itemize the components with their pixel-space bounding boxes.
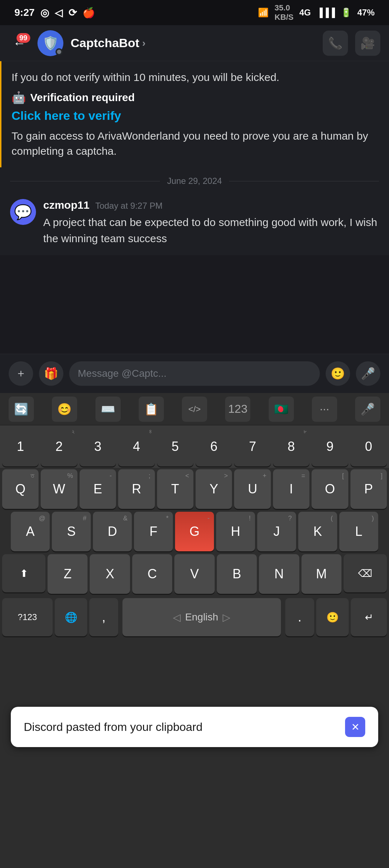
- key-L[interactable]: ) L: [339, 512, 378, 551]
- key-F[interactable]: * F: [134, 512, 173, 551]
- key-Q[interactable]: ত Q: [2, 469, 39, 509]
- user-message: 💬 czmop11 Today at 9:27 PM A project tha…: [0, 195, 389, 255]
- bot-avatar: 🛡️: [37, 30, 63, 56]
- period-key[interactable]: .: [285, 598, 314, 636]
- key-G[interactable]: - G: [175, 512, 214, 551]
- backspace-key[interactable]: ⌫: [344, 554, 387, 592]
- emoji-button[interactable]: 🙂: [326, 361, 350, 386]
- key-3-label: 3: [94, 439, 102, 454]
- robot-icon: 🤖: [12, 91, 26, 104]
- enter-icon: ↵: [365, 611, 373, 623]
- key-M[interactable]: M: [301, 554, 341, 594]
- left-arrow-icon: ◁: [173, 611, 181, 623]
- toolbar-mic[interactable]: 🎤: [355, 397, 380, 422]
- wifi-signal: ▐▐▐: [317, 8, 335, 18]
- key-O[interactable]: [ O: [312, 469, 348, 509]
- message-text: A project that can be expected to do som…: [43, 214, 379, 247]
- key-H[interactable]: ! H: [216, 512, 255, 551]
- call-button[interactable]: 📞: [323, 31, 348, 56]
- key-N[interactable]: N: [259, 554, 299, 594]
- key-1[interactable]: 1: [2, 427, 39, 466]
- emoji-toolbar-icon: 😊: [57, 402, 72, 416]
- number-row: 1 ২ 2 3 ৪ 4 5 6 7 ৮ 8 9 0: [0, 425, 389, 468]
- key-I[interactable]: = I: [273, 469, 309, 509]
- key-V[interactable]: V: [174, 554, 214, 594]
- shield-icon: 🛡️: [43, 36, 59, 51]
- message-header: czmop11 Today at 9:27 PM: [43, 199, 379, 211]
- code-icon: </>: [188, 404, 201, 414]
- add-button[interactable]: +: [9, 361, 33, 386]
- toolbar-numbers[interactable]: 123: [225, 397, 250, 422]
- apple-icon: 🍎: [82, 7, 95, 19]
- key-A[interactable]: @ A: [11, 512, 50, 551]
- back-button[interactable]: ← 99: [9, 32, 30, 54]
- key-9[interactable]: 9: [312, 427, 348, 466]
- key-U[interactable]: + U: [234, 469, 270, 509]
- key-0[interactable]: 0: [350, 427, 387, 466]
- notification-badge: 99: [17, 33, 30, 43]
- key-7[interactable]: 7: [234, 427, 270, 466]
- key-5[interactable]: 5: [157, 427, 193, 466]
- key-4[interactable]: ৪ 4: [118, 427, 155, 466]
- symbols-key[interactable]: ?123: [2, 598, 53, 636]
- phone-icon: 📞: [328, 36, 343, 50]
- globe-key[interactable]: 🌐: [55, 598, 87, 636]
- key-8-label: 8: [288, 439, 295, 454]
- verification-label: Verification required: [30, 91, 135, 104]
- key-E[interactable]: - E: [80, 469, 116, 509]
- toolbar-keyboard[interactable]: ⌨️: [95, 397, 121, 422]
- message-area: If you do not verify within 10 minutes, …: [0, 61, 389, 255]
- toolbar-translate[interactable]: 🔄: [9, 397, 34, 422]
- emoji-bottom-key[interactable]: 🙂: [316, 598, 349, 636]
- key-T[interactable]: < T: [157, 469, 193, 509]
- right-arrow-icon: ▷: [223, 611, 231, 623]
- key-C[interactable]: C: [132, 554, 172, 594]
- key-B[interactable]: B: [217, 554, 257, 594]
- space-key[interactable]: ◁ English ▷: [122, 598, 281, 636]
- key-5-label: 5: [171, 439, 179, 454]
- translate-icon: 🔄: [14, 402, 28, 416]
- mic-button[interactable]: 🎤: [356, 361, 380, 386]
- keyboard-bottom-row: ?123 🌐 , ◁ English ▷ . 🙂 ↵: [0, 597, 389, 638]
- key-Y[interactable]: > Y: [196, 469, 232, 509]
- key-3[interactable]: 3: [80, 427, 116, 466]
- toolbar-clipboard[interactable]: 📋: [139, 397, 164, 422]
- gift-button[interactable]: 🎁: [39, 361, 63, 386]
- key-P[interactable]: ] P: [350, 469, 387, 509]
- toolbar-flag[interactable]: 🇧🇩: [269, 397, 294, 422]
- key-W[interactable]: % W: [41, 469, 77, 509]
- gift-icon: 🎁: [44, 367, 58, 380]
- battery-level: 🔋: [341, 8, 352, 18]
- key-J[interactable]: ? J: [257, 512, 296, 551]
- plus-icon: +: [18, 367, 24, 380]
- toolbar-code[interactable]: </>: [182, 397, 207, 422]
- enter-key[interactable]: ↵: [351, 598, 387, 636]
- key-R[interactable]: ; R: [118, 469, 155, 509]
- user-avatar: 💬: [10, 199, 36, 225]
- verify-link[interactable]: Click here to verify: [12, 109, 379, 123]
- clipboard-dismiss-button[interactable]: ✕: [345, 717, 365, 737]
- toolbar-more[interactable]: ···: [312, 397, 337, 422]
- key-D[interactable]: & D: [93, 512, 132, 551]
- key-2[interactable]: ২ 2: [41, 427, 77, 466]
- chevron-right-icon: ›: [142, 37, 146, 49]
- toolbar-emoji[interactable]: 😊: [52, 397, 77, 422]
- keyboard-area: 🔄 😊 ⌨️ 📋 </> 123 🇧🇩 ··· 🎤 1 ২: [0, 393, 389, 868]
- message-input[interactable]: Message @Captc...: [69, 361, 320, 386]
- key-8[interactable]: ৮ 8: [273, 427, 309, 466]
- key-6[interactable]: 6: [196, 427, 232, 466]
- message-content: czmop11 Today at 9:27 PM A project that …: [43, 199, 379, 247]
- key-Z[interactable]: Z: [48, 554, 88, 594]
- date-divider: June 29, 2024: [0, 167, 389, 195]
- key-X[interactable]: X: [90, 554, 130, 594]
- comma-key[interactable]: ,: [89, 598, 118, 636]
- key-S[interactable]: # S: [52, 512, 91, 551]
- video-button[interactable]: 🎥: [355, 31, 380, 56]
- qwerty-row1: ত Q % W - E ; R < T > Y + U = I: [0, 468, 389, 510]
- bot-name[interactable]: CaptchaBot ›: [71, 36, 146, 50]
- key-K[interactable]: ( K: [298, 512, 337, 551]
- battery-icon: 📶: [258, 8, 269, 18]
- key-4-label: 4: [133, 439, 140, 454]
- shift-key[interactable]: ⬆: [2, 554, 45, 592]
- signal-4g: 35.0KB/S: [274, 3, 294, 22]
